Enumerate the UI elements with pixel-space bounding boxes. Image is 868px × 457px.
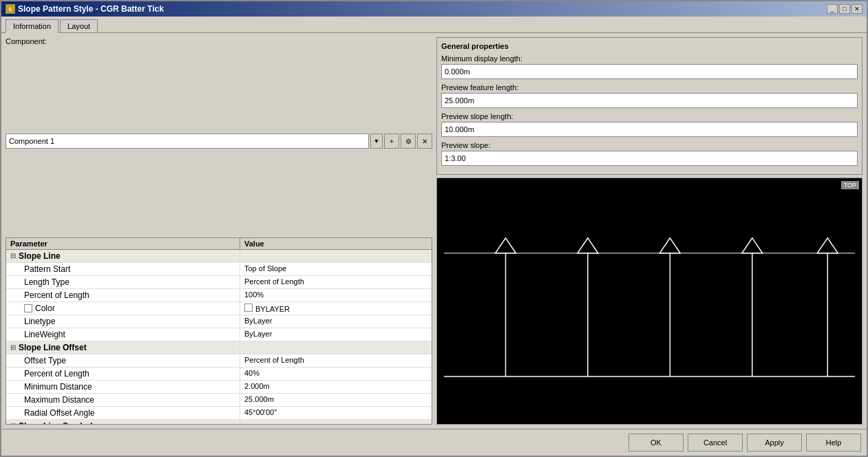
title-bar-controls: _ □ ✕	[827, 4, 862, 14]
value-header: Value	[240, 238, 432, 249]
svg-marker-11	[817, 238, 838, 253]
table-row: Maximum Distance 25.000m	[6, 394, 432, 407]
preview-feature-length-input[interactable]	[441, 93, 858, 108]
table-row: Minimum Distance 2.000m	[6, 381, 432, 394]
svg-marker-7	[659, 238, 680, 253]
preview-top-label: TOP	[841, 181, 859, 189]
add-component-button[interactable]: +	[384, 134, 399, 149]
svg-marker-9	[742, 238, 763, 253]
tab-bar: Information Layout	[1, 17, 867, 32]
svg-marker-3	[496, 238, 516, 253]
color-checkbox-1[interactable]	[24, 304, 32, 312]
table-row: Linetype ByLayer	[6, 315, 432, 328]
window-icon: S	[6, 4, 15, 14]
left-panel: Component: Component 1 ▼ + ⚙ ✕ Parameter…	[6, 37, 432, 425]
tab-information[interactable]: Information	[6, 19, 59, 33]
close-button[interactable]: ✕	[851, 4, 862, 14]
window-title: Slope Pattern Style - CGR Batter Tick	[18, 4, 164, 14]
delete-component-button[interactable]: ✕	[417, 134, 432, 149]
param-header: Parameter	[6, 238, 240, 249]
edit-component-button[interactable]: ⚙	[401, 134, 416, 149]
component-select-wrapper: Component 1 ▼ + ⚙ ✕	[6, 48, 432, 235]
svg-marker-5	[578, 238, 598, 253]
preview-slope-label: Preview slope:	[441, 141, 858, 149]
general-properties-box: General properties Minimum display lengt…	[436, 37, 862, 175]
right-panel: General properties Minimum display lengt…	[436, 37, 862, 425]
collapse-icon-3[interactable]: ⊟	[10, 422, 16, 425]
title-bar: S Slope Pattern Style - CGR Batter Tick …	[1, 1, 867, 17]
table-row: Pattern Start Top of Slope	[6, 263, 432, 276]
table-row: Percent of Length 40%	[6, 368, 432, 381]
tab-layout[interactable]: Layout	[60, 19, 98, 32]
section-slope-line-offset[interactable]: ⊟Slope Line Offset	[6, 341, 432, 354]
content-area: Component: Component 1 ▼ + ⚙ ✕ Parameter…	[1, 32, 867, 429]
main-window: S Slope Pattern Style - CGR Batter Tick …	[0, 0, 868, 457]
component-label: Component:	[6, 37, 47, 45]
preview-feature-length-label: Preview feature length:	[441, 83, 858, 92]
section-slope-line[interactable]: ⊟Slope Line	[6, 250, 432, 263]
table-row-color-1: Color BYLAYER	[6, 302, 432, 315]
section-slope-line-symbol[interactable]: ⊟Slope Line Symbol	[6, 420, 432, 425]
general-properties-title: General properties	[441, 42, 858, 50]
table-row: Percent of Length 100%	[6, 289, 432, 302]
ok-button[interactable]: OK	[628, 434, 684, 451]
table-row: Offset Type Percent of Length	[6, 354, 432, 368]
min-display-length-input[interactable]	[441, 64, 858, 79]
preview-svg	[437, 178, 862, 424]
component-select[interactable]: Component 1	[6, 134, 369, 149]
component-row: Component:	[6, 37, 432, 45]
preview-slope-length-field: Preview slope length:	[441, 112, 858, 137]
preview-area: TOP	[436, 178, 862, 425]
min-display-length-label: Minimum display length:	[441, 54, 858, 63]
preview-slope-length-label: Preview slope length:	[441, 112, 858, 120]
preview-slope-field: Preview slope:	[441, 141, 858, 166]
apply-button[interactable]: Apply	[747, 434, 802, 451]
table-row: Length Type Percent of Length	[6, 276, 432, 289]
maximize-button[interactable]: □	[839, 4, 850, 14]
minimize-button[interactable]: _	[827, 4, 838, 14]
cancel-button[interactable]: Cancel	[688, 434, 743, 451]
preview-feature-length-field: Preview feature length:	[441, 83, 858, 108]
component-dropdown-arrow[interactable]: ▼	[370, 134, 383, 149]
table-header: Parameter Value	[6, 238, 432, 250]
collapse-icon[interactable]: ⊟	[10, 252, 16, 259]
table-row: LineWeight ByLayer	[6, 328, 432, 341]
parameter-table: Parameter Value ⊟Slope Line Pattern Star…	[6, 237, 432, 425]
collapse-icon-2[interactable]: ⊟	[10, 343, 16, 351]
min-display-length-field: Minimum display length:	[441, 54, 858, 79]
preview-slope-input[interactable]	[441, 151, 858, 166]
preview-slope-length-input[interactable]	[441, 122, 858, 137]
table-row: Radial Offset Angle 45°00'00"	[6, 407, 432, 420]
footer: OK Cancel Apply Help	[1, 429, 867, 456]
help-button[interactable]: Help	[806, 434, 861, 451]
color-swatch-1	[244, 304, 253, 312]
